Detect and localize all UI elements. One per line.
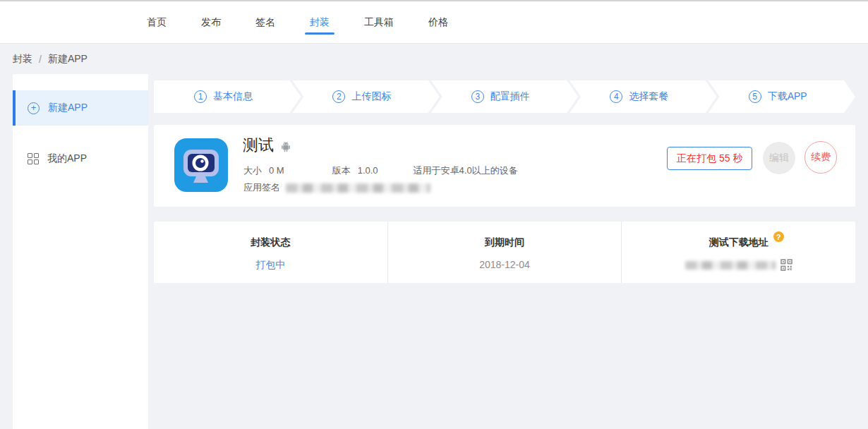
step-number: 5 <box>749 90 761 103</box>
step-download-app[interactable]: 5 下载APP <box>709 80 855 113</box>
download-url-redacted <box>685 261 776 270</box>
breadcrumb-item-package[interactable]: 封装 <box>13 53 32 66</box>
nav-item-sign[interactable]: 签名 <box>255 1 275 43</box>
step-number: 2 <box>332 90 345 103</box>
stepper: 1 基本信息 2 上传图标 3 配置插件 4 选择套餐 5 下载APP <box>154 80 855 113</box>
packing-status-button[interactable]: 正在打包 55 秒 <box>667 147 752 170</box>
step-upload-icon[interactable]: 2 上传图标 <box>292 80 439 113</box>
plus-circle-icon <box>28 102 40 114</box>
step-label: 选择套餐 <box>629 90 668 103</box>
sidebar-item-label: 新建APP <box>48 102 88 114</box>
android-icon <box>279 140 292 153</box>
sidebar-item-my-app[interactable]: 我的APP <box>13 141 148 176</box>
step-label: 配置插件 <box>490 90 530 103</box>
step-label: 下载APP <box>768 90 807 103</box>
version-value: 1.0.0 <box>358 165 378 176</box>
step-number: 3 <box>471 90 484 103</box>
step-number: 1 <box>194 90 207 103</box>
status-col-expire-date: 到期时间 2018-12-04 <box>387 222 622 283</box>
expire-date-header: 到期时间 <box>485 236 524 249</box>
size-label: 大小 <box>243 165 262 176</box>
nav-item-home[interactable]: 首页 <box>147 1 167 43</box>
step-label: 基本信息 <box>213 90 253 103</box>
package-state-header: 封装状态 <box>251 236 290 249</box>
sidebar-item-label: 我的APP <box>47 152 87 165</box>
sidebar: 新建APP 我的APP <box>13 74 148 429</box>
status-card: 封装状态 打包中 到期时间 2018-12-04 测试下载地址 ? <box>154 222 855 283</box>
expire-date-value: 2018-12-04 <box>388 259 622 270</box>
grid-icon <box>28 153 39 164</box>
nav-item-toolbox[interactable]: 工具箱 <box>364 1 394 43</box>
sidebar-item-new-app[interactable]: 新建APP <box>13 90 148 126</box>
qr-code-icon[interactable] <box>780 259 792 271</box>
app-icon <box>174 138 228 192</box>
app-card: 测试 大小0 M版本1.0.0适用于安卓4.0以上的设备 应用签名 <box>154 125 855 207</box>
nav-item-package[interactable]: 封装 <box>310 1 330 43</box>
step-number: 4 <box>610 90 622 103</box>
step-basic-info[interactable]: 1 基本信息 <box>154 80 301 113</box>
renew-button[interactable]: 续费 <box>804 141 837 174</box>
download-url-row <box>622 259 855 271</box>
package-state-value: 打包中 <box>154 259 387 272</box>
signature-label: 应用签名 <box>243 181 280 194</box>
app-meta-row: 大小0 M版本1.0.0适用于安卓4.0以上的设备 <box>243 164 518 177</box>
help-icon[interactable]: ? <box>773 231 784 242</box>
compatibility-text: 适用于安卓4.0以上的设备 <box>414 165 518 176</box>
download-url-header-text: 测试下载地址 <box>709 236 768 248</box>
step-label: 上传图标 <box>351 90 391 103</box>
size-value: 0 M <box>269 165 284 176</box>
breadcrumb-item-new-app: 新建APP <box>48 53 88 66</box>
status-col-package-state: 封装状态 打包中 <box>154 222 387 283</box>
app-signature-row: 应用签名 <box>243 181 430 194</box>
nav-item-price[interactable]: 价格 <box>428 1 448 43</box>
status-col-download-url: 测试下载地址 ? <box>621 222 855 283</box>
top-nav: 首页 发布 签名 封装 工具箱 价格 <box>0 1 868 44</box>
breadcrumb-separator: / <box>39 54 42 65</box>
breadcrumb: 封装 / 新建APP <box>0 44 868 74</box>
download-url-header: 测试下载地址 ? <box>709 236 768 249</box>
main-content: 1 基本信息 2 上传图标 3 配置插件 4 选择套餐 5 下载APP <box>154 74 855 429</box>
nav-item-publish[interactable]: 发布 <box>201 1 221 43</box>
signature-redacted-value <box>286 183 430 193</box>
step-select-plan[interactable]: 4 选择套餐 <box>569 80 716 113</box>
app-title: 测试 <box>243 135 274 156</box>
version-label: 版本 <box>332 165 351 176</box>
step-configure-plugins[interactable]: 3 配置插件 <box>431 80 578 113</box>
edit-button[interactable]: 编辑 <box>763 142 795 174</box>
